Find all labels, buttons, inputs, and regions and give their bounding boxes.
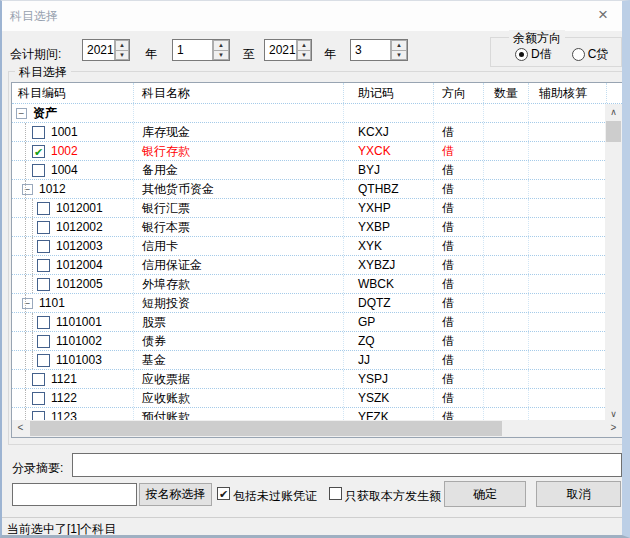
subject-name: 其他货币资金 (134, 180, 344, 198)
table-row[interactable]: 1012004信用保证金XYBZJ借 (12, 256, 607, 275)
name-filter-input[interactable] (12, 483, 137, 506)
spinner-down-icon[interactable]: ▼ (297, 51, 311, 61)
subject-code: 1004 (51, 161, 78, 179)
direction: 借 (434, 161, 484, 179)
subject-code: 1101003 (56, 351, 102, 369)
row-checkbox[interactable] (32, 126, 45, 139)
subject-code: 1101002 (56, 332, 102, 350)
table-row[interactable]: 1012002银行本票YXBP借 (12, 218, 607, 237)
subject-name (134, 104, 344, 122)
tree-guide-line (25, 370, 26, 388)
table-row[interactable]: 1101002债券ZQ借 (12, 332, 607, 351)
table-row[interactable]: −资产 (12, 104, 607, 123)
row-checkbox[interactable] (37, 221, 50, 234)
tree-guide-line (32, 218, 33, 236)
tree-guide-line (25, 123, 26, 141)
row-checkbox[interactable]: ✔ (32, 145, 45, 158)
entry-summary-input[interactable] (72, 453, 622, 477)
balance-direction-radio[interactable]: C贷 (572, 46, 609, 63)
code-cell: 1012002 (12, 218, 134, 236)
entry-summary-label: 分录摘要: (12, 460, 63, 477)
table-row[interactable]: 1101003基金JJ借 (12, 351, 607, 370)
table-row[interactable]: 1122应收账款YSZK借 (12, 389, 607, 408)
row-checkbox[interactable] (37, 240, 50, 253)
spinner-up-icon[interactable]: ▲ (213, 40, 229, 51)
table-row[interactable]: 1121应收票据YSPJ借 (12, 370, 607, 389)
table-header: 科目编码科目名称助记码方向数量辅助核算 (12, 83, 622, 104)
cancel-button[interactable]: 取消 (536, 481, 621, 507)
month-to-value[interactable]: 3 (351, 40, 390, 60)
row-checkbox[interactable] (37, 335, 50, 348)
horizontal-scrollbar[interactable]: < > (12, 420, 622, 437)
quantity (484, 294, 529, 312)
mnemonic-code: WBCK (344, 275, 434, 293)
year-to-value[interactable]: 2021 (265, 40, 296, 60)
row-checkbox[interactable] (37, 354, 50, 367)
year-from-value[interactable]: 2021 (83, 40, 114, 60)
ok-button[interactable]: 确定 (444, 481, 526, 507)
spinner-down-icon[interactable]: ▼ (213, 51, 229, 61)
scroll-left-icon[interactable]: < (12, 420, 29, 437)
subject-code: 1122 (51, 389, 77, 407)
table-row[interactable]: ✔1002银行存款YXCK借 (12, 142, 607, 161)
table-row[interactable]: 1012005外埠存款WBCK借 (12, 275, 607, 294)
direction: 借 (434, 256, 484, 274)
select-by-name-button[interactable]: 按名称选择 (139, 483, 212, 506)
table-row[interactable]: −1101短期投资DQTZ借 (12, 294, 607, 313)
only-current-side-label[interactable]: 只获取本方发生额 (345, 488, 441, 505)
tree-guide-line (25, 142, 26, 160)
radio-icon[interactable] (572, 48, 585, 61)
table-row[interactable]: −1012其他货币资金QTHBZ借 (12, 180, 607, 199)
include-unposted-label[interactable]: 包括未过账凭证 (233, 488, 317, 505)
subject-name: 银行存款 (134, 142, 344, 160)
include-unposted-checkbox[interactable]: ✔ (217, 487, 230, 500)
dialog-title: 科目选择 (10, 8, 58, 25)
year-unit-label: 年 (145, 46, 157, 63)
spinner-up-icon[interactable]: ▲ (391, 40, 407, 51)
spinner-down-icon[interactable]: ▼ (115, 51, 129, 61)
only-current-side-checkbox[interactable] (329, 487, 342, 500)
month-from-spinner[interactable]: 1 ▲▼ (172, 39, 230, 61)
row-checkbox[interactable] (32, 373, 45, 386)
month-to-spinner[interactable]: 3 ▲▼ (350, 39, 408, 61)
vertical-scroll-thumb[interactable] (606, 121, 621, 142)
table-row[interactable]: 1001库存现金KCXJ借 (12, 123, 607, 142)
table-row[interactable]: 1004备用金BYJ借 (12, 161, 607, 180)
radio-icon[interactable] (515, 48, 528, 61)
row-checkbox[interactable] (37, 278, 50, 291)
table-row[interactable]: 1012003信用卡XYK借 (12, 237, 607, 256)
direction: 借 (434, 294, 484, 312)
subject-name: 债券 (134, 332, 344, 350)
spinner-down-icon[interactable]: ▼ (391, 51, 407, 61)
collapse-icon[interactable]: − (22, 298, 33, 309)
direction: 借 (434, 142, 484, 160)
table-row[interactable]: 1012001银行汇票YXHP借 (12, 199, 607, 218)
row-checkbox[interactable] (32, 164, 45, 177)
row-checkbox[interactable] (37, 316, 50, 329)
code-cell: 1101002 (12, 332, 134, 350)
collapse-icon[interactable]: − (22, 184, 33, 195)
balance-direction-radio[interactable]: D借 (515, 46, 552, 63)
spinner-up-icon[interactable]: ▲ (115, 40, 129, 51)
table-row[interactable]: 1101001股票GP借 (12, 313, 607, 332)
quantity (484, 351, 529, 369)
mnemonic-code: XYBZJ (344, 256, 434, 274)
tree-guide-line (32, 351, 33, 369)
direction: 借 (434, 332, 484, 350)
vertical-scrollbar[interactable]: ∧ ∨ (605, 104, 622, 422)
row-checkbox[interactable] (37, 259, 50, 272)
year-to-spinner[interactable]: 2021 ▲▼ (264, 39, 312, 61)
year-from-spinner[interactable]: 2021 ▲▼ (82, 39, 130, 61)
row-checkbox[interactable] (32, 392, 45, 405)
quantity (484, 370, 529, 388)
collapse-icon[interactable]: − (16, 108, 27, 119)
spinner-up-icon[interactable]: ▲ (297, 40, 311, 51)
close-icon[interactable]: × (590, 3, 616, 27)
tree-guide-line (25, 275, 26, 293)
month-from-value[interactable]: 1 (173, 40, 212, 60)
code-cell: 1012005 (12, 275, 134, 293)
row-checkbox[interactable] (37, 202, 50, 215)
scroll-up-icon[interactable]: ∧ (605, 104, 622, 120)
scroll-right-icon[interactable]: > (605, 420, 622, 437)
horizontal-scroll-thumb[interactable] (30, 421, 502, 436)
